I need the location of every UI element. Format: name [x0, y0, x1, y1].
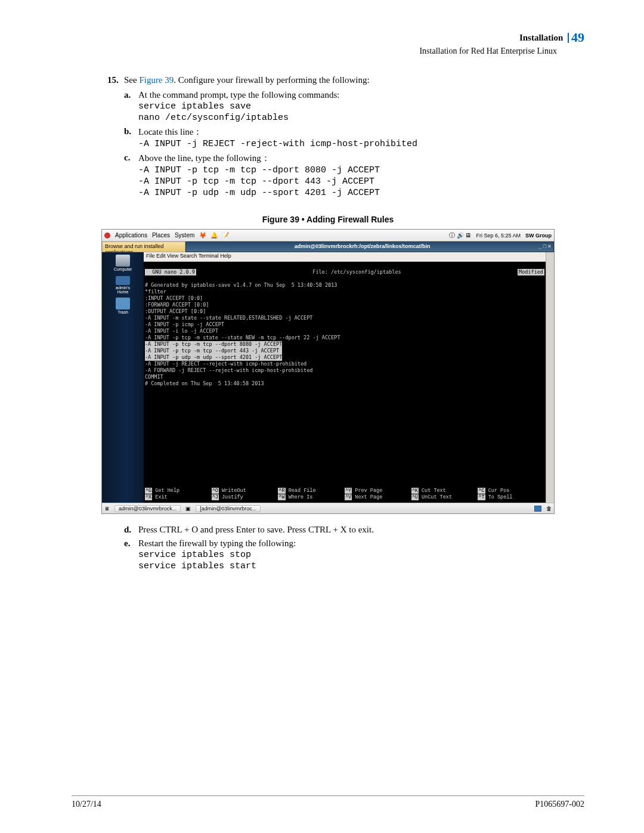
sub-c-text: Above the line, type the following： [138, 153, 270, 164]
highlighted-lines: -A INPUT -p tcp -m tcp --dport 8080 -j A… [145, 341, 282, 361]
taskbar-item[interactable]: [admin@03linvmrbroc... [196, 505, 261, 512]
menu-system[interactable]: System [175, 232, 194, 239]
step-text: See Figure 39. Configure your firewall b… [124, 75, 370, 85]
figure-link[interactable]: Figure 39 [139, 75, 174, 85]
trash-icon[interactable]: Trash [112, 298, 134, 315]
home-icon[interactable]: admin's Home [112, 276, 134, 294]
clock: Fri Sep 6, 5:25 AM [476, 233, 521, 239]
sub-a: a. [124, 90, 138, 100]
menu-applications[interactable]: Applications [115, 232, 147, 239]
figure-caption: Figure 39 • Adding Firewall Rules [72, 215, 584, 224]
sub-e: e. [124, 538, 138, 549]
window-controls[interactable]: _ □ × [538, 242, 553, 250]
file-lines: -A INPUT -j REJECT --reject-with icmp-ho… [145, 361, 544, 387]
nano-shortcuts: ^G Get Help^X Exit ^O WriteOut^J Justify… [144, 487, 546, 503]
page-header: Installation 49 Installation for Red Hat… [72, 30, 584, 58]
gnome-panel: Applications Places System 🦊 🔔 📝 ⓘ 🔊 🖥 F… [102, 230, 554, 241]
sub-b: b. [124, 126, 138, 138]
computer-icon[interactable]: Computer [112, 255, 134, 272]
terminal-menubar[interactable]: File Edit View Search Terminal Help [144, 252, 546, 262]
window-title: admin@03linvmrbrockrh:/opt/zebra/linkos/… [185, 241, 554, 252]
cmd: -A INPUT -p tcp -m tcp --dport 443 -j AC… [138, 176, 584, 187]
workspace-switcher[interactable] [534, 506, 541, 512]
header-title: Installation [519, 33, 563, 42]
cmd: -A INPUT -p tcp -m tcp --dport 8080 -j A… [138, 165, 584, 175]
cmd: service iptables stop [138, 550, 584, 560]
cmd: service iptables save [138, 101, 584, 112]
sub-d-text: Press CTRL + O and press Enter to save. … [138, 525, 374, 535]
sub-d: d. [124, 525, 138, 535]
cmd: nano /etc/sysconfig/iptables [138, 113, 584, 123]
desktop: Computer admin's Home Trash [102, 252, 144, 503]
footer-date: 10/27/14 [72, 800, 101, 809]
page-number: 49 [571, 30, 584, 45]
sub-e-text: Restart the firewall by typing the follo… [138, 538, 296, 549]
cmd: service iptables start [138, 561, 584, 571]
cmd: -A INPUT -p udp -m udp --sport 4201 -j A… [138, 188, 584, 198]
screenshot: Applications Places System 🦊 🔔 📝 ⓘ 🔊 🖥 F… [101, 229, 555, 514]
sub-a-text: At the command prompt, type the followin… [138, 90, 339, 100]
step-number: 15. [107, 75, 124, 85]
terminal-window: File Edit View Search Terminal Help GNU … [144, 252, 546, 503]
redhat-icon [104, 233, 110, 239]
menu-places[interactable]: Places [152, 232, 170, 239]
sub-b-text: Locate this line： [138, 126, 202, 138]
taskbar-item[interactable]: admin@03linvmrbrock... [114, 505, 181, 512]
terminal-content[interactable]: GNU nano 2.0.9File: /etc/sysconfig/iptab… [144, 262, 546, 487]
cmd: -A INPUT -j REJECT -reject-with icmp-hos… [138, 139, 584, 149]
header-subtitle: Installation for Red Hat Enterprise Linu… [72, 47, 584, 56]
footer-doc: P1065697-002 [535, 800, 584, 809]
sub-c: c. [124, 153, 138, 164]
page-footer: 10/27/14 P1065697-002 [72, 795, 584, 809]
tooltip: Browse and run installed applications [102, 241, 185, 252]
taskbar: 🖥 admin@03linvmrbrock... ▣ [admin@03linv… [102, 503, 554, 513]
file-lines: # Generated by iptables-save v1.4.7 on T… [145, 282, 544, 341]
user-label[interactable]: SW Group [525, 233, 552, 239]
scrollbar[interactable] [546, 252, 554, 503]
